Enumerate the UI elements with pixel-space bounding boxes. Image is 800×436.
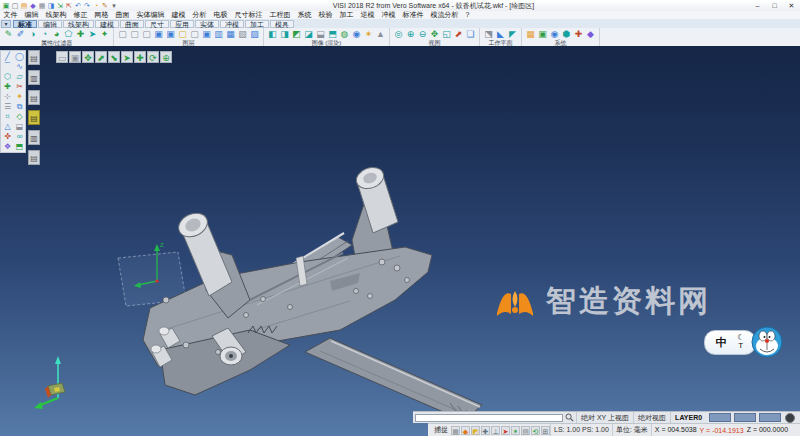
menu-system[interactable]: 系统 [294, 11, 315, 19]
ime-language-indicator[interactable]: 中 [716, 335, 727, 350]
doc-panel-5-icon[interactable]: ▥ [28, 130, 40, 145]
flip-tool-icon[interactable]: ⬒ [14, 142, 25, 151]
menu-solid-edit[interactable]: 实体编辑 [133, 11, 168, 19]
menu-help[interactable]: ? [462, 11, 473, 19]
snap-perp-icon[interactable]: ⊥ [491, 426, 500, 435]
render-flat-icon[interactable]: ⬓ [315, 29, 326, 40]
menu-mold[interactable]: 逆模 [357, 11, 378, 19]
tab-application[interactable]: 应用 [170, 20, 194, 28]
attr-add-icon[interactable]: ✚ [75, 29, 86, 40]
undo-icon[interactable]: ↶ [74, 1, 82, 10]
tab-dimension[interactable]: 尺寸 [145, 20, 169, 28]
menu-drafting[interactable]: 工程图 [266, 11, 294, 19]
3d-viewport[interactable]: ╱◯⌒∿⬡▱✚✂⊹✦☰⧉⌗◇△⬓✜∞❖⬒ ▤▥▤▤▥▤ ▭▣✥⬈⬊➤✚⟳⊕ [0, 46, 800, 436]
preview-icon[interactable]: ◨ [47, 1, 55, 10]
doc-panel-6-icon[interactable]: ▤ [28, 150, 40, 165]
layer-7-icon[interactable]: ▢ [189, 29, 200, 40]
doc-panel-3-icon[interactable]: ▤ [28, 90, 40, 105]
layer-5-icon[interactable]: ▣ [165, 29, 176, 40]
render-sun-icon[interactable]: ✶ [363, 29, 374, 40]
circle-tool-icon[interactable]: ◯ [14, 52, 25, 61]
doc-panel-2-icon[interactable]: ▥ [28, 70, 40, 85]
menu-analysis[interactable]: 分析 [189, 11, 210, 19]
color-swatch-3[interactable] [759, 413, 781, 422]
line-tool-icon[interactable]: ╱ [2, 52, 13, 61]
play-icon[interactable]: ➤ [121, 51, 133, 63]
target-icon[interactable]: ⊕ [160, 51, 172, 63]
workplane-xy-icon[interactable]: ◣ [495, 29, 506, 40]
view-mode-indicator[interactable]: 绝对 XY 上视图 [576, 412, 633, 423]
view-window-icon[interactable]: ❏ [465, 29, 476, 40]
select-box-icon[interactable]: ▭ [56, 51, 68, 63]
attr-pen-icon[interactable]: ✎ [3, 29, 14, 40]
tab-mold[interactable]: 模具 [270, 20, 294, 28]
minimize-button[interactable]: – [749, 1, 766, 11]
system-plus-icon[interactable]: ✚ [573, 29, 584, 40]
snap-layer-icon[interactable]: ▤ [521, 426, 530, 435]
menu-wireframe[interactable]: 线架构 [42, 11, 70, 19]
system-target-icon[interactable]: ◉ [549, 29, 560, 40]
ime-toolbar[interactable]: 中 ☾ T [704, 325, 784, 359]
workplane-icon[interactable]: ⬔ [483, 29, 494, 40]
tab-solid[interactable]: 实体 [195, 20, 219, 28]
arrow-down-right-icon[interactable]: ⬊ [108, 51, 120, 63]
menu-edit[interactable]: 编辑 [21, 11, 42, 19]
menu-surface[interactable]: 曲面 [112, 11, 133, 19]
layer-6-icon[interactable]: ▢ [177, 29, 188, 40]
tab-dropdown-icon[interactable]: ▾ [1, 20, 11, 28]
menu-machining[interactable]: 加工 [336, 11, 357, 19]
redo-icon[interactable]: ↷ [83, 1, 91, 10]
hatch-tool-icon[interactable]: ⌗ [2, 112, 13, 121]
render-shade2-icon[interactable]: ◨ [279, 29, 290, 40]
layer-8-icon[interactable]: ▣ [201, 29, 212, 40]
render-texture-icon[interactable]: ◍ [339, 29, 350, 40]
shirt-icon[interactable]: T [738, 342, 743, 350]
tab-wireframe[interactable]: 线架构 [63, 20, 94, 28]
move-icon[interactable]: ✥ [82, 51, 94, 63]
snap-point-icon[interactable]: ◆ [461, 426, 470, 435]
attr-star-icon[interactable]: ✦ [99, 29, 110, 40]
plus-icon[interactable]: ✚ [134, 51, 146, 63]
menu-standard-parts[interactable]: 标准件 [399, 11, 427, 19]
cross-tool-icon[interactable]: ✜ [2, 132, 13, 141]
close-button[interactable]: ✕ [783, 1, 800, 11]
star-tool-icon[interactable]: ✦ [14, 92, 25, 101]
render-hidden-icon[interactable]: ◩ [291, 29, 302, 40]
maximize-button[interactable]: □ [766, 1, 783, 11]
trim-tool-icon[interactable]: ✂ [14, 82, 25, 91]
layer-2-icon[interactable]: ▢ [129, 29, 140, 40]
system-gem-icon[interactable]: ◆ [585, 29, 596, 40]
gem-tool-icon[interactable]: ❖ [2, 142, 13, 151]
doc-panel-4-icon[interactable]: ▤ [28, 110, 40, 125]
polygon-tool-icon[interactable]: ⬡ [2, 72, 13, 81]
menu-electrode[interactable]: 电极 [210, 11, 231, 19]
grid-toggle-icon[interactable]: ⊞ [541, 426, 550, 435]
tab-die[interactable]: 冲模 [220, 20, 244, 28]
color-swatch-1[interactable] [709, 413, 731, 422]
color-swatch-2[interactable] [734, 413, 756, 422]
menu-die[interactable]: 冲模 [378, 11, 399, 19]
menu-dimension[interactable]: 尺寸标注 [231, 11, 266, 19]
layer-11-icon[interactable]: ▧ [237, 29, 248, 40]
triangle-tool-icon[interactable]: △ [2, 122, 13, 131]
filter-half-icon[interactable]: ◑ [27, 29, 38, 40]
view-corner-icon[interactable]: ◱ [441, 29, 452, 40]
refresh-icon[interactable]: ⟲ [531, 426, 540, 435]
search-icon[interactable] [565, 413, 574, 422]
export-icon[interactable]: ⇱ [65, 1, 73, 10]
filter-shape-icon[interactable]: ⬠ [63, 29, 74, 40]
view-zoom-in-icon[interactable]: ⊕ [405, 29, 416, 40]
attr-edit-icon[interactable]: ✐ [15, 29, 26, 40]
view-zoom-out-icon[interactable]: ⊖ [417, 29, 428, 40]
layer-4-icon[interactable]: ▣ [153, 29, 164, 40]
spline-tool-icon[interactable]: ∿ [14, 62, 25, 71]
menu-flow-analysis[interactable]: 模流分析 [427, 11, 462, 19]
copy-tool-icon[interactable]: ⧉ [14, 102, 25, 111]
diamond-tool-icon[interactable]: ◇ [14, 112, 25, 121]
layer-1-icon[interactable]: ▢ [117, 29, 128, 40]
menu-verify[interactable]: 校验 [315, 11, 336, 19]
tab-modeling[interactable]: 建模 [95, 20, 119, 28]
point-tool-icon[interactable]: ⊹ [2, 92, 13, 101]
recent-icon[interactable]: ◔ [92, 1, 100, 10]
render-gouraud-icon[interactable]: ⬒ [327, 29, 338, 40]
